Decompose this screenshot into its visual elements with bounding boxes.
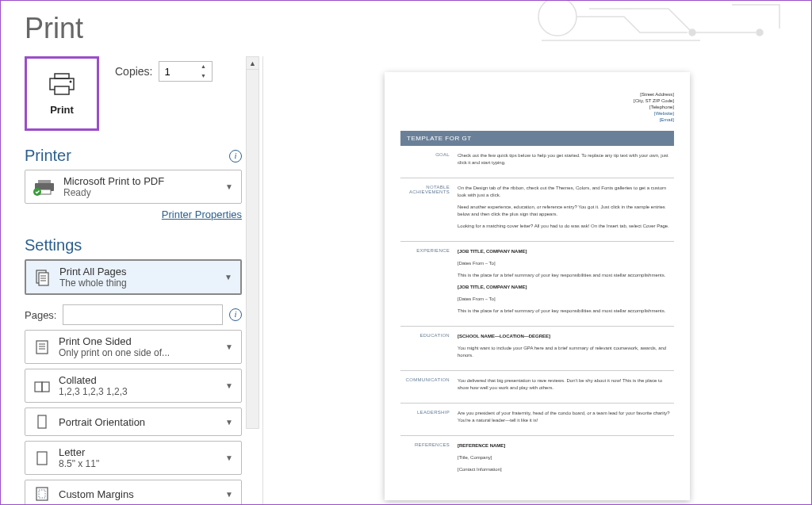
orientation-icon bbox=[33, 413, 51, 430]
margins-icon bbox=[33, 485, 51, 503]
chevron-down-icon: ▼ bbox=[225, 453, 233, 462]
preview-section-body: You delivered that big presentation to r… bbox=[458, 377, 674, 396]
preview-section-body: Are you president of your fraternity, he… bbox=[458, 410, 674, 429]
page-preview: [Street Address] [City, ST ZIP Code] [Te… bbox=[385, 72, 690, 500]
info-icon[interactable]: i bbox=[229, 150, 242, 163]
scrollbar[interactable]: ▲ bbox=[246, 56, 259, 429]
svg-rect-5 bbox=[55, 86, 69, 94]
preview-section: GOALCheck out the few quick tips below t… bbox=[400, 146, 674, 178]
preview-section: EXPERIENCE[JOB TITLE, COMPANY NAME][Date… bbox=[400, 242, 674, 327]
svg-rect-16 bbox=[36, 341, 48, 354]
copies-down-icon[interactable]: ▼ bbox=[197, 71, 209, 81]
print-button[interactable]: Print bbox=[25, 56, 99, 131]
preview-section-label: EXPERIENCE bbox=[400, 248, 458, 319]
preview-section: LEADERSHIPAre you president of your frat… bbox=[400, 404, 674, 436]
svg-rect-4 bbox=[55, 74, 69, 78]
printer-section-title: Printer bbox=[25, 147, 71, 165]
preview-section: REFERENCES[REFERENCE NAME][Title, Compan… bbox=[400, 436, 674, 484]
preview-panel: [Street Address] [City, ST ZIP Code] [Te… bbox=[263, 56, 811, 504]
chevron-down-icon: ▼ bbox=[224, 273, 232, 281]
svg-rect-8 bbox=[38, 180, 51, 183]
pages-label: Pages: bbox=[25, 309, 56, 321]
setting-paper-size[interactable]: Letter 8.5" x 11" ▼ bbox=[25, 441, 242, 475]
svg-rect-12 bbox=[39, 273, 48, 285]
preview-section-body: [REFERENCE NAME][Title, Company][Contact… bbox=[458, 442, 674, 478]
setting-margins[interactable]: Custom Margins ▼ bbox=[25, 480, 242, 505]
chevron-down-icon: ▼ bbox=[225, 381, 233, 390]
preview-section-body: [SCHOOL NAME—LOCATION—DEGREE]You might w… bbox=[458, 333, 674, 364]
settings-section-title: Settings bbox=[25, 236, 242, 254]
setting-collated[interactable]: Collated 1,2,3 1,2,3 1,2,3 ▼ bbox=[25, 369, 242, 403]
preview-address: [Street Address] [City, ST ZIP Code] [Te… bbox=[400, 91, 674, 123]
page-title: Print bbox=[1, 1, 811, 56]
chevron-down-icon: ▼ bbox=[225, 342, 233, 351]
printer-icon bbox=[47, 72, 77, 98]
paper-icon bbox=[33, 450, 51, 467]
preview-section: COMMUNICATIONYou delivered that big pres… bbox=[400, 371, 674, 404]
preview-section-body: [JOB TITLE, COMPANY NAME][Dates From – T… bbox=[458, 248, 674, 319]
preview-section-label: LEADERSHIP bbox=[400, 410, 458, 429]
info-icon[interactable]: i bbox=[229, 308, 242, 321]
pages-input[interactable] bbox=[63, 304, 223, 325]
svg-point-6 bbox=[70, 80, 72, 82]
printer-device-icon bbox=[33, 178, 56, 196]
copies-input[interactable] bbox=[159, 62, 197, 81]
svg-rect-25 bbox=[39, 490, 45, 498]
collated-icon bbox=[33, 377, 51, 395]
preview-section-label: NOTABLE ACHIEVEMENTS bbox=[400, 185, 458, 235]
preview-section: NOTABLE ACHIEVEMENTSOn the Design tab of… bbox=[400, 178, 674, 242]
scroll-up-icon[interactable]: ▲ bbox=[247, 57, 259, 70]
printer-status: Ready bbox=[63, 187, 164, 198]
pages-icon bbox=[34, 269, 52, 286]
setting-orientation[interactable]: Portrait Orientation ▼ bbox=[25, 407, 242, 436]
copies-up-icon[interactable]: ▲ bbox=[197, 62, 209, 71]
svg-rect-22 bbox=[38, 415, 46, 428]
svg-rect-24 bbox=[36, 488, 48, 500]
chevron-down-icon: ▼ bbox=[225, 182, 233, 191]
copies-stepper[interactable]: ▲ ▼ bbox=[159, 61, 213, 82]
left-panel: Print Copies: ▲ ▼ Printer i bbox=[1, 56, 262, 504]
setting-print-all[interactable]: Print All Pages The whole thing ▼ bbox=[25, 259, 242, 295]
preview-section-body: On the Design tab of the ribbon, check o… bbox=[458, 185, 674, 235]
printer-name: Microsoft Print to PDF bbox=[63, 175, 164, 187]
printer-properties-link[interactable]: Printer Properties bbox=[25, 209, 242, 220]
preview-section: EDUCATION[SCHOOL NAME—LOCATION—DEGREE]Yo… bbox=[400, 327, 674, 371]
print-button-label: Print bbox=[50, 104, 74, 116]
svg-rect-21 bbox=[42, 382, 49, 392]
preview-section-label: EDUCATION bbox=[400, 333, 458, 364]
preview-section-label: REFERENCES bbox=[400, 442, 458, 478]
preview-section-body: Check out the few quick tips below to he… bbox=[458, 152, 674, 171]
svg-rect-20 bbox=[35, 382, 42, 392]
chevron-down-icon: ▼ bbox=[225, 418, 233, 427]
preview-section-label: GOAL bbox=[400, 152, 458, 171]
printer-selector[interactable]: Microsoft Print to PDF Ready ▼ bbox=[25, 170, 242, 204]
svg-rect-23 bbox=[37, 452, 47, 465]
preview-section-label: COMMUNICATION bbox=[400, 377, 458, 396]
copies-label: Copies: bbox=[115, 65, 152, 78]
chevron-down-icon: ▼ bbox=[225, 490, 233, 499]
preview-banner: TEMPLATE FOR GT bbox=[400, 131, 674, 146]
one-sided-icon bbox=[33, 339, 51, 356]
setting-one-sided[interactable]: Print One Sided Only print on one side o… bbox=[25, 330, 242, 364]
